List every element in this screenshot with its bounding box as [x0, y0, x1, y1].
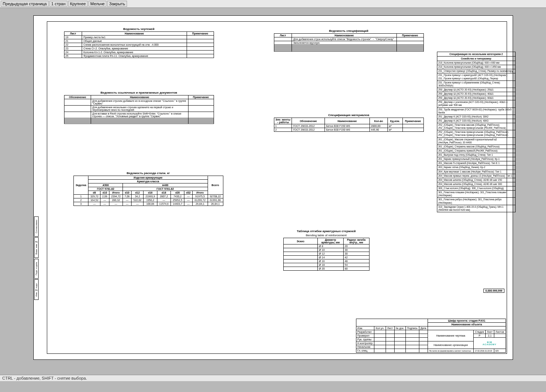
table-cell: 26,84,1 [192, 202, 208, 206]
stage-header: Стадия [474, 330, 486, 334]
table-cell: — [157, 198, 171, 202]
table-cell: — [184, 202, 192, 206]
table-cell [188, 112, 214, 118]
spec-subheader: Семейство и типоразмер [437, 57, 515, 61]
table-title: Таблица отгибки арматурных стержней [283, 230, 369, 233]
table-cell: 20 [343, 244, 369, 248]
stage-val: Р [474, 334, 486, 338]
table-cell: 329,72 [88, 195, 100, 198]
table-cell: 34,2 [132, 195, 144, 198]
close-button[interactable]: Закрыть [107, 1, 127, 7]
spec-row: 231_Проем прямоуг с обрамлением (ОбщМод_… [437, 81, 515, 88]
spec-row: 261_Массив П-стержней (НесАрм_РабПлоск):… [437, 161, 515, 165]
title-block: Шифр проекта: стадия Р.КХ1 Наименование … [356, 319, 506, 353]
project-cipher: Шифр проекта: стадия Р.КХ1 [428, 319, 506, 323]
table-cell: — [100, 202, 109, 206]
zoom-in-button[interactable]: Крупнее [68, 1, 88, 7]
table-cell [396, 41, 423, 45]
table-cell [402, 128, 423, 132]
table-cell [188, 106, 214, 112]
table-cell [187, 43, 214, 47]
table-cell: — [88, 202, 100, 206]
col-data: Дата [419, 326, 428, 330]
prev-page-button[interactable]: Предыдущая страница [1, 1, 49, 7]
spec-row: 251_Двутавр К (АСТ О20-93) (НесКол): 30К… [437, 115, 515, 119]
page-number-button[interactable]: 1 стран [49, 1, 67, 7]
table-cell: 445,90 [369, 128, 387, 132]
table-cell [292, 51, 396, 52]
table-cell: Бетон В30 F150 W6 [325, 128, 370, 132]
table-cell: 2,06 [100, 195, 109, 198]
table-cell: — [123, 202, 132, 206]
table-cell [402, 124, 423, 128]
spec-row: 264_Арм вертикал 1 массив (НесАрм_РабПло… [437, 170, 515, 174]
sheets-header: Листов [494, 330, 506, 334]
sheet-range-label: 0,000-999,999 [483, 289, 504, 293]
table-cell: 30 [343, 252, 369, 256]
steel-schedule: Ведомость расхода стали. кг ЗаделкаИздел… [73, 171, 223, 206]
zoom-out-button[interactable]: Мельче [88, 1, 106, 7]
side-tab: Взам. инв. № [34, 237, 39, 258]
table-cell: 280,32 [109, 198, 123, 202]
org-name: Наименование организации [428, 341, 474, 349]
spec-row: 300_Стык колонн (ОбщМод): 300_Стык колон… [437, 186, 515, 191]
table-cell: — [184, 195, 192, 198]
table-cell [187, 51, 214, 54]
table-cell: Колонна Кл-1-2. Опалубка, армирование [82, 51, 187, 54]
spec-row: 261_Выпуски под стену (ОбщМод_Стена): Ти… [437, 153, 515, 157]
spec-row: 250_Двутавр Ш (АСТО 20-93) (НесКаркас): … [437, 92, 515, 96]
table-cell: Общие данные [82, 39, 187, 43]
table-cell: Ø 16 [318, 259, 344, 263]
table-cell: 2800,00 [369, 124, 387, 128]
table-cell: Для добавления нескольких строчек щелкни… [91, 106, 188, 112]
table-cell [187, 36, 214, 39]
table-cell [91, 123, 188, 124]
table-cell: 25 [64, 54, 82, 58]
table-cell: Заполняется вручную [292, 41, 396, 45]
table-cell [187, 54, 214, 58]
table-cell: Ø 18 [318, 263, 344, 267]
col-izm: Изм. [356, 326, 374, 330]
spec-row: 301_Пластина плашми (НесКаркас): 301_Пла… [437, 191, 515, 198]
table-cell: 80 [343, 267, 369, 271]
table-cell: 19 [64, 36, 82, 39]
side-tab: Согласовано [34, 216, 39, 237]
table-cell [274, 51, 292, 52]
table-title: Ведомость расхода стали. кг [73, 171, 223, 175]
table-cell [274, 37, 292, 41]
drawing-sheet: Согласовано Взам. инв. № Подп. и дата Ин… [33, 15, 513, 360]
drawing-canvas[interactable]: Согласовано Взам. инв. № Подп. и дата Ин… [0, 8, 546, 375]
col-ndok: № док. [395, 326, 406, 330]
table-cell: 522,02 [132, 198, 144, 202]
table-cell [283, 244, 318, 248]
table-cell [187, 47, 214, 51]
table-cell: Для вставки в Revit строчек используйте … [91, 112, 188, 118]
role-cell: Гл. спец. [356, 349, 374, 353]
table-cell: м³ [387, 128, 402, 132]
table-cell: 2 [274, 128, 292, 132]
table-cell [283, 256, 318, 259]
table-cell [64, 112, 91, 118]
sheet-header: Лист [486, 330, 494, 334]
table-cell: 30 [343, 248, 369, 252]
stamp-code: 0Z5 [494, 349, 506, 353]
spec-row: 301_Пластина ребро (НесКаркас): 301_Плас… [437, 198, 515, 205]
table-cell [283, 248, 318, 252]
table-cell [188, 99, 214, 106]
role-cell: Начальник [356, 345, 374, 349]
table-cell: Ø 20 [318, 267, 344, 271]
table-cell: — [123, 198, 132, 202]
spec-row: 263_Каркас сетка (ОбщМод_Линия): Кр-2 [437, 165, 515, 170]
table-cell [283, 259, 318, 263]
table-cell [187, 39, 214, 43]
table-cell: Для добавления строк используйте список … [292, 37, 396, 41]
side-tab: Подп. и дата [34, 259, 39, 279]
spec-row: 250_Двутавр Ш (АСТО 20-93) (НесКаркас): … [437, 88, 515, 92]
bim-logo: BIMACADEMY [474, 338, 506, 349]
spec-row: 252_(Общее)_Пластина массив (ОбщМод_РабП… [437, 123, 515, 130]
table-cell [396, 51, 423, 52]
spec-row: 261_Каркас прямоугольный (НесАрм_РабПлос… [437, 157, 515, 161]
spec-row: 210_Колонна прямоугольная (ОбщМод): 600 … [437, 61, 515, 65]
multicategory-spec: Спецификация по нескольким категориям 2 … [437, 52, 516, 212]
table-cell: 14403,7 [171, 202, 184, 206]
